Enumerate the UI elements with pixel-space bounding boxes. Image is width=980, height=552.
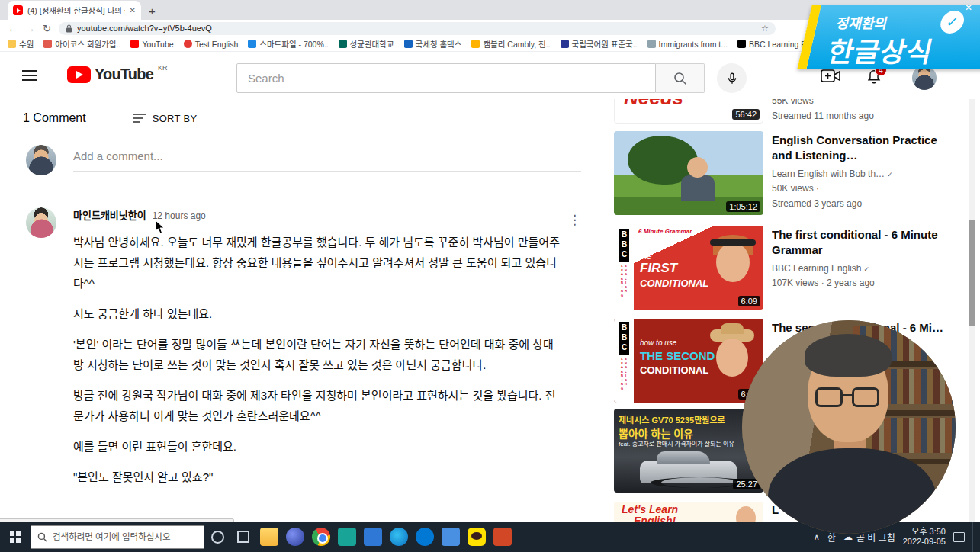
search-button[interactable] <box>656 63 705 93</box>
search-box[interactable] <box>236 63 656 93</box>
add-comment-input[interactable] <box>73 149 581 162</box>
video-views: 50K views · <box>772 182 946 194</box>
task-view-icon <box>237 531 249 543</box>
bookmark-item[interactable]: 성균관대학교 <box>339 38 394 50</box>
mouse-cursor <box>155 220 165 238</box>
show-desktop-button[interactable] <box>972 522 975 552</box>
taskbar-app-file-explorer[interactable] <box>256 522 282 552</box>
scrollbar-thumb[interactable] <box>969 220 975 326</box>
suv-graphic <box>640 461 737 483</box>
video-thumbnail[interactable]: 제네시스 GV70 5235만원으로 뽑아야 하는 이유 feat. 중고차로 … <box>614 409 763 493</box>
taskbar-app-chrome[interactable] <box>308 522 334 552</box>
headphones-graphic <box>710 239 756 246</box>
comment-menu-icon[interactable]: ⋮ <box>568 212 581 228</box>
bookmark-item[interactable]: 국세청 홈택스 <box>404 38 462 50</box>
video-channel[interactable]: Learn English with Bob th…✓ <box>772 168 946 179</box>
bookmark-item[interactable]: Immigrants from t... <box>647 40 728 49</box>
tab-close-icon[interactable]: ✕ <box>130 6 136 14</box>
comment-author[interactable]: 마인드캐비닛한이 <box>73 207 146 222</box>
taskbar-app-powerpoint[interactable] <box>490 522 516 552</box>
back-icon[interactable]: ← <box>8 23 18 34</box>
taskbar-search-input[interactable] <box>53 532 198 541</box>
taskbar-app-browser[interactable] <box>282 522 308 552</box>
add-comment-field[interactable] <box>73 145 581 172</box>
video-title[interactable]: The first conditional - 6 Minute Grammar <box>772 227 946 258</box>
comment-paragraph: 방금 전에 강원국 작가님이 대화 중에 제3자 타인을 지칭하며 본인이라고 … <box>73 385 563 426</box>
taskbar-app-kakaotalk[interactable] <box>464 522 490 552</box>
video-duration: 56:42 <box>732 109 760 120</box>
comment: 마인드캐비닛한이 12 hours ago 박사님 안녕하세요. 오늘도 너무 … <box>26 207 602 487</box>
bookmark-item[interactable]: 수원 <box>8 38 34 50</box>
edge-icon <box>390 528 408 546</box>
comment-paragraph: '본인' 이라는 단어를 정말 많이들 쓰는데 본인이란 단어는 자기 자신을 … <box>73 334 563 375</box>
clock-time: 오후 3:50 <box>903 527 946 537</box>
taskbar-clock[interactable]: 오후 3:50 2022-09-05 <box>903 527 946 547</box>
taskbar-search-box[interactable] <box>31 525 204 549</box>
site-favicon <box>561 40 569 48</box>
check-badge-icon: ✓ <box>938 11 966 34</box>
browser-tab[interactable]: (4) [정재환의 한글상식] 나의 삶 ✕ <box>8 1 141 20</box>
lock-icon <box>66 24 72 33</box>
channel-logo-banner: 정재환의 한글상식 ✓ <box>797 5 980 69</box>
video-title[interactable]: English Conversation Practice and Listen… <box>772 133 946 163</box>
start-button[interactable] <box>0 522 31 552</box>
tray-chevron-icon[interactable]: ∧ <box>814 532 820 542</box>
person-graphic <box>716 339 748 377</box>
comment-paragraph: 박사님 안녕하세요. 오늘도 너무 재밌게 한글공부를 했습니다. 두 해가 넘… <box>73 232 563 294</box>
clock-date: 2022-09-05 <box>903 537 946 547</box>
video-thumbnail[interactable]: Let's Learn English! <box>614 502 763 522</box>
folder-icon <box>8 40 16 48</box>
comment-paragraph: "본인도 잘못인지 알고 있죠?" <box>73 467 563 487</box>
voice-search-button[interactable] <box>717 63 747 93</box>
taskbar-app-mail[interactable] <box>360 522 386 552</box>
search-icon <box>673 72 687 85</box>
site-favicon <box>339 40 347 48</box>
site-favicon <box>404 40 413 48</box>
video-thumbnail[interactable]: 6 Minute Grammar the FIRST CONDITIONAL B… <box>614 226 763 310</box>
sort-icon <box>133 114 146 123</box>
bookmark-item[interactable]: 캠블리 Cambly, 전.. <box>471 38 550 50</box>
person-graphic <box>681 175 715 201</box>
taskbar-app-edge[interactable] <box>386 522 412 552</box>
taskbar-app-skype[interactable] <box>412 522 438 552</box>
notifications-button[interactable]: 4 <box>866 69 882 88</box>
comment-paragraph: 저도 궁금한게 하나 있는데요. <box>73 303 563 324</box>
create-video-button[interactable] <box>821 69 840 87</box>
url-text: youtube.com/watch?v=ytV5b-4uevQ <box>77 24 757 33</box>
bookmark-item[interactable]: YouTube <box>130 40 173 49</box>
new-tab-button[interactable]: + <box>149 5 156 18</box>
youtube-favicon <box>130 40 139 48</box>
taskbar-app-teal[interactable] <box>334 522 360 552</box>
cortana-button[interactable] <box>204 522 230 552</box>
powerpoint-icon <box>493 528 512 546</box>
search-icon <box>37 532 47 542</box>
task-view-button[interactable] <box>230 522 256 552</box>
bookmark-star-icon[interactable]: ☆ <box>761 24 769 34</box>
youtube-logo[interactable]: YouTube KR <box>67 66 168 83</box>
video-channel[interactable]: BBC Learning English✓ <box>772 263 946 274</box>
window-close-icon[interactable]: ✕ <box>965 2 972 13</box>
bookmark-item[interactable]: 국립국어원 표준국.. <box>561 38 638 50</box>
folder-icon <box>260 528 278 546</box>
hamburger-menu-icon[interactable] <box>22 70 37 81</box>
video-thumbnail[interactable]: 1:05:12 <box>614 131 763 215</box>
bookmark-item[interactable]: 스마트파일 - 700%.. <box>248 38 328 50</box>
address-bar[interactable]: youtube.com/watch?v=ytV5b-4uevQ ☆ <box>59 22 776 35</box>
site-favicon <box>248 40 256 48</box>
region-label: KR <box>158 64 168 72</box>
mic-icon <box>725 72 739 85</box>
video-date: Streamed 11 months ago <box>772 110 946 122</box>
kakaotalk-icon <box>468 528 486 546</box>
reload-icon[interactable]: ↻ <box>43 23 51 34</box>
sort-by-button[interactable]: SORT BY <box>133 113 198 124</box>
bookmark-item[interactable]: 아이코스 회원가입.. <box>43 38 120 50</box>
video-thumbnail[interactable]: how to use THE SECOND CONDITIONAL BBC LE… <box>614 319 763 403</box>
action-center-icon[interactable] <box>953 532 965 542</box>
bookmark-item[interactable]: Test English <box>184 40 239 49</box>
presenter-webcam-overlay <box>742 320 956 534</box>
commenter-avatar[interactable] <box>26 207 56 238</box>
search-input[interactable] <box>248 72 644 85</box>
glasses-graphic <box>852 387 879 407</box>
taskbar-app-notes[interactable] <box>438 522 464 552</box>
forward-icon[interactable]: → <box>25 23 35 34</box>
